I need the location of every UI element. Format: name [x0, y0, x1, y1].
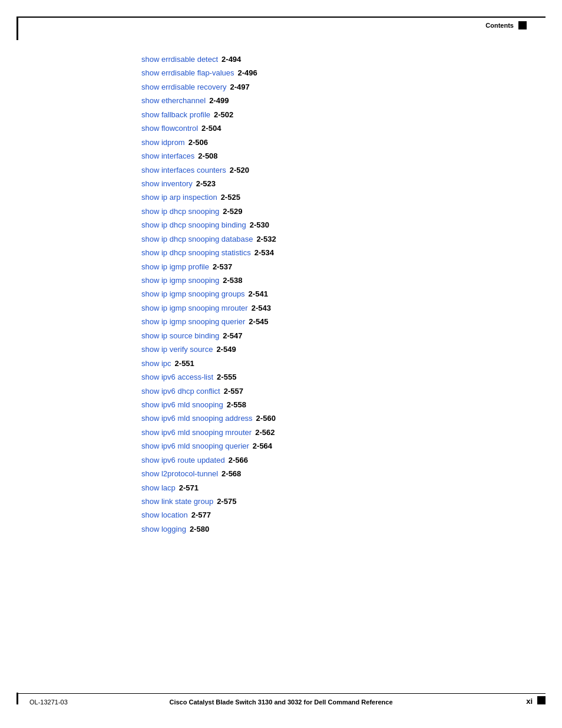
toc-link[interactable]: show ip igmp profile [141, 261, 209, 273]
toc-page-number: 2-575 [217, 495, 236, 508]
toc-entry: show ip igmp profile2-537 [141, 261, 495, 273]
toc-page-number: 2-494 [222, 53, 241, 65]
toc-entry: show ip arp inspection2-525 [141, 191, 495, 203]
toc-entry: show ip igmp snooping querier2-545 [141, 315, 495, 328]
toc-page-number: 2-566 [229, 454, 248, 466]
toc-page-number: 2-547 [223, 330, 242, 342]
contents-square-icon [518, 21, 527, 29]
toc-link[interactable]: show idprom [141, 136, 185, 149]
toc-entry: show lacp2-571 [141, 482, 495, 494]
toc-link[interactable]: show l2protocol-tunnel [141, 467, 218, 480]
toc-link[interactable]: show location [141, 509, 188, 521]
toc-link[interactable]: show errdisable detect [141, 53, 218, 65]
toc-link[interactable]: show ipv6 mld snooping [141, 398, 223, 411]
toc-entry: show fallback profile2-502 [141, 108, 495, 121]
toc-page-number: 2-534 [254, 246, 274, 259]
toc-page-number: 2-549 [216, 343, 236, 355]
toc-link[interactable]: show ip arp inspection [141, 191, 217, 203]
toc-entry: show interfaces2-508 [141, 150, 495, 162]
toc-link[interactable]: show ip source binding [141, 330, 219, 342]
toc-entry: show ip igmp snooping mrouter2-543 [141, 302, 495, 314]
toc-link[interactable]: show ip igmp snooping [141, 274, 219, 286]
toc-entry: show ipv6 mld snooping mrouter2-562 [141, 426, 495, 439]
toc-link[interactable]: show ip dhcp snooping [141, 205, 219, 218]
toc-entry: show logging2-580 [141, 523, 495, 535]
toc-page-number: 2-496 [238, 67, 257, 79]
toc-entry: show ipv6 mld snooping querier2-564 [141, 440, 495, 452]
toc-entry: show ip dhcp snooping binding2-530 [141, 219, 495, 231]
toc-entry: show errdisable flap-values2-496 [141, 67, 495, 79]
toc-page-number: 2-541 [249, 288, 268, 300]
toc-link[interactable]: show ip igmp snooping querier [141, 315, 245, 328]
toc-link[interactable]: show ip dhcp snooping statistics [141, 246, 251, 259]
toc-page-number: 2-562 [255, 426, 275, 439]
toc-link[interactable]: show lacp [141, 482, 176, 494]
toc-link[interactable]: show interfaces [141, 150, 194, 162]
toc-link[interactable]: show ipv6 access-list [141, 371, 213, 383]
toc-link[interactable]: show errdisable recovery [141, 81, 227, 93]
toc-entry: show idprom2-506 [141, 136, 495, 149]
toc-entry: show ip verify source2-549 [141, 343, 495, 355]
bottom-left-bar [16, 693, 18, 704]
toc-entry: show inventory2-523 [141, 177, 495, 190]
toc-page-number: 2-525 [221, 191, 240, 203]
toc-link[interactable]: show fallback profile [141, 108, 210, 121]
toc-link[interactable]: show link state group [141, 495, 213, 508]
top-border [16, 17, 546, 18]
toc-entry: show flowcontrol2-504 [141, 122, 495, 134]
toc-page-number: 2-538 [223, 274, 242, 286]
toc-link[interactable]: show ipv6 route updated [141, 454, 225, 466]
toc-list: show errdisable detect2-494show errdisab… [141, 53, 495, 536]
toc-page-number: 2-502 [214, 108, 233, 121]
toc-link[interactable]: show ipc [141, 357, 171, 370]
toc-link[interactable]: show ipv6 dhcp conflict [141, 385, 220, 397]
toc-page-number: 2-508 [198, 150, 217, 162]
toc-link[interactable]: show errdisable flap-values [141, 67, 234, 79]
toc-page-number: 2-523 [196, 177, 216, 190]
toc-page-number: 2-571 [179, 482, 199, 494]
toc-entry: show ipv6 mld snooping address2-560 [141, 412, 495, 424]
toc-link[interactable]: show ipv6 mld snooping querier [141, 440, 249, 452]
toc-entry: show etherchannel2-499 [141, 94, 495, 107]
toc-link[interactable]: show ip dhcp snooping binding [141, 219, 246, 231]
toc-link[interactable]: show ipv6 mld snooping address [141, 412, 253, 424]
toc-link[interactable]: show inventory [141, 177, 193, 190]
toc-link[interactable]: show interfaces counters [141, 164, 226, 176]
toc-entry: show ip dhcp snooping2-529 [141, 205, 495, 218]
toc-link[interactable]: show ip verify source [141, 343, 213, 355]
toc-entry: show location2-577 [141, 509, 495, 521]
toc-link[interactable]: show etherchannel [141, 94, 206, 107]
toc-entry: show ipv6 route updated2-566 [141, 454, 495, 466]
toc-entry: show errdisable detect2-494 [141, 53, 495, 65]
toc-page-number: 2-558 [227, 398, 246, 411]
footer-title: Cisco Catalyst Blade Switch 3130 and 303… [169, 699, 392, 706]
bottom-right-bar [537, 696, 546, 704]
toc-page-number: 2-530 [250, 219, 269, 231]
toc-page-number: 2-529 [223, 205, 242, 218]
toc-page-number: 2-543 [252, 302, 271, 314]
contents-label: Contents [485, 22, 514, 29]
toc-page-number: 2-564 [253, 440, 272, 452]
toc-page-number: 2-532 [256, 233, 276, 245]
toc-page-number: 2-499 [209, 94, 229, 107]
toc-link[interactable]: show logging [141, 523, 186, 535]
toc-page-number: 2-545 [249, 315, 268, 328]
toc-entry: show link state group2-575 [141, 495, 495, 508]
toc-entry: show ip dhcp snooping database2-532 [141, 233, 495, 245]
toc-link[interactable]: show ipv6 mld snooping mrouter [141, 426, 252, 439]
footer-page: xi [526, 697, 533, 706]
toc-page-number: 2-577 [191, 509, 211, 521]
toc-page-number: 2-506 [189, 136, 208, 149]
toc-entry: show ipv6 dhcp conflict2-557 [141, 385, 495, 397]
toc-entry: show l2protocol-tunnel2-568 [141, 467, 495, 480]
toc-link[interactable]: show ip dhcp snooping database [141, 233, 253, 245]
toc-link[interactable]: show flowcontrol [141, 122, 198, 134]
toc-link[interactable]: show ip igmp snooping mrouter [141, 302, 248, 314]
toc-entry: show ip dhcp snooping statistics2-534 [141, 246, 495, 259]
toc-entry: show ip igmp snooping groups2-541 [141, 288, 495, 300]
header-contents: Contents [485, 21, 527, 29]
bottom-border [16, 693, 546, 694]
toc-entry: show ipv6 access-list2-555 [141, 371, 495, 383]
toc-link[interactable]: show ip igmp snooping groups [141, 288, 245, 300]
toc-page-number: 2-520 [230, 164, 249, 176]
